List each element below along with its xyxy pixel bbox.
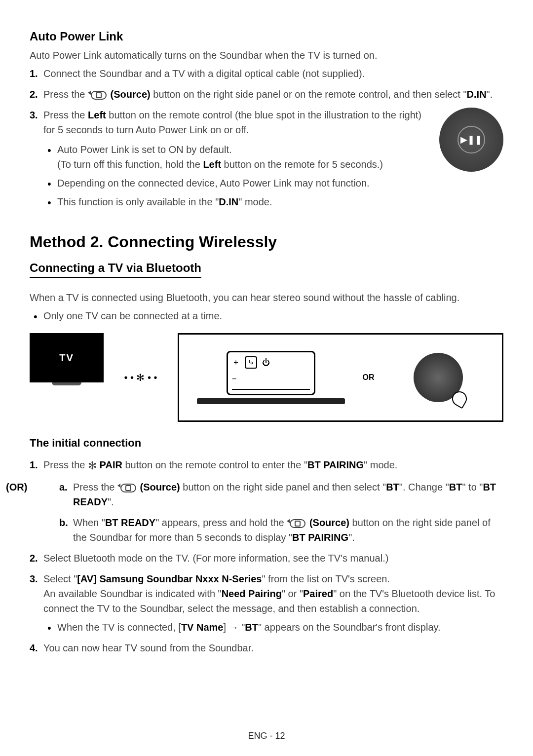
- apl-bullet-3a: This function is only available in the ": [57, 196, 219, 207]
- soundbar-box: ＋ ⤷ ⏻ − OR: [178, 333, 503, 422]
- apl-step-3: 3. Press the Left button on the remote c…: [43, 108, 503, 213]
- init-step-4: 4. You can now hear TV sound from the So…: [43, 641, 503, 655]
- apl-step-3-a: Press the: [43, 110, 88, 120]
- apl-bullet-3b: " mode.: [238, 196, 272, 207]
- init-a-c: ". Change ": [399, 482, 449, 492]
- init-step-4-text: You can now hear TV sound from the Sound…: [43, 643, 254, 653]
- connect-bt-heading: Connecting a TV via Bluetooth: [30, 261, 201, 278]
- plus-icon: ＋: [232, 357, 240, 368]
- init-a-source: (Source): [140, 482, 180, 492]
- init-step-2: 2. Select Bluetooth mode on the TV. (For…: [43, 551, 503, 566]
- init-step-3-bc: " appears on the Soundbar's front displa…: [258, 622, 441, 633]
- apl-bullet-1b-left: Left: [203, 159, 221, 170]
- source-icon: [88, 91, 108, 100]
- auto-power-link-heading: Auto Power Link: [30, 30, 503, 43]
- apl-step-2: 2. Press the (Source) button on the righ…: [43, 87, 503, 102]
- init-step-1-btp: BT PAIRING: [307, 459, 364, 470]
- play-pause-icon: ▶❚❚: [457, 126, 485, 153]
- apl-bullet-1: Auto Power Link is set to ON by default.…: [57, 142, 429, 172]
- initial-connection-heading: The initial connection: [30, 437, 503, 450]
- apl-bullet-1b-b: button on the remote for 5 seconds.): [221, 159, 383, 170]
- init-step-3-bullet: When the TV is connected, [TV Name] → "B…: [57, 620, 503, 635]
- init-a-e: ".: [108, 496, 114, 507]
- init-step-1c: " mode.: [364, 459, 397, 470]
- apl-step-1: 1. Connect the Soundbar and a TV with a …: [43, 66, 503, 81]
- init-step-1a: Press the: [43, 459, 88, 470]
- init-step-3-np: Need Pairing: [222, 588, 282, 599]
- apl-step-3-left: Left: [88, 110, 106, 120]
- method-2-heading: Method 2. Connecting Wirelessly: [30, 233, 503, 251]
- init-b-source: (Source): [309, 517, 349, 528]
- init-a-bt2: BT: [449, 482, 462, 492]
- tv-illustration: TV: [30, 333, 104, 422]
- minus-icon: −: [232, 375, 236, 383]
- init-step-3-ba: When the TV is connected, [: [57, 622, 181, 633]
- init-a-b: button on the right side panel and then …: [180, 482, 386, 492]
- init-b-d: ".: [348, 532, 355, 543]
- or-label: OR: [363, 373, 375, 382]
- init-step-3-av: [AV] Samsung Soundbar Nxxx N-Series: [77, 573, 262, 584]
- init-substep-a: a. Press the (Source) button on the righ…: [73, 480, 503, 509]
- init-step-1: 1. Press the ✻ PAIR button on the remote…: [43, 457, 503, 474]
- apl-step-2-b: button on the right side panel or on the…: [153, 89, 466, 100]
- init-step-3-tvname: TV Name: [181, 622, 224, 633]
- init-step-3: 3. Select "[AV] Samsung Soundbar Nxxx N-…: [43, 571, 503, 635]
- apl-step-2-din: D.IN: [467, 89, 487, 100]
- init-b-a: When ": [73, 517, 105, 528]
- init-step-1-pair: PAIR: [97, 459, 122, 470]
- method2-bullet: Only one TV can be connected at a time.: [43, 308, 503, 323]
- apl-intro: Auto Power Link automatically turns on t…: [30, 48, 503, 62]
- init-b-btp: BT PAIRING: [292, 532, 348, 543]
- connection-diagram: TV • • ✻ • • ＋ ⤷ ⏻ − OR: [30, 333, 503, 422]
- source-icon: [287, 519, 306, 528]
- bluetooth-connection-icon: • • ✻ • •: [114, 333, 168, 422]
- apl-bullet-3: This function is only available in the "…: [57, 194, 429, 209]
- method2-intro: When a TV is connected using Bluetooth, …: [30, 291, 503, 304]
- init-step-1b: button on the remote control to enter th…: [122, 459, 307, 470]
- apl-step-2-c: ".: [487, 89, 493, 100]
- tv-stand: [52, 382, 81, 385]
- init-step-3d: " or ": [282, 588, 303, 599]
- remote-tap-illustration: [382, 353, 494, 402]
- apl-bullet-3-din: D.IN: [219, 196, 238, 207]
- finger-icon: [449, 389, 469, 409]
- init-b-btr: BT READY: [105, 517, 155, 528]
- init-step-3c: An available Soundbar is indicated with …: [43, 588, 222, 599]
- page-footer: ENG - 12: [0, 731, 533, 741]
- apl-step-1-text: Connect the Soundbar and a TV with a dig…: [43, 68, 365, 79]
- init-step-or: (OR) a. Press the (Source) button on the…: [43, 480, 503, 545]
- source-icon: [117, 484, 137, 492]
- apl-bullet-1a: Auto Power Link is set to ON by default.: [57, 144, 232, 155]
- init-step-3a: Select ": [43, 573, 77, 584]
- bluetooth-icon: ✻: [88, 459, 97, 472]
- apl-step-2-a: Press the: [43, 89, 88, 100]
- init-substep-b: b. When "BT READY" appears, press and ho…: [73, 515, 503, 545]
- apl-step-2-source: (Source): [111, 89, 151, 100]
- remote-disc-illustration: ▶❚❚: [439, 108, 503, 172]
- power-icon: ⏻: [262, 358, 270, 367]
- init-step-3-bb: ] → ": [223, 622, 245, 633]
- or-lead: (OR): [6, 480, 27, 494]
- init-step-3-p: Paired: [303, 588, 333, 599]
- init-a-d: " to ": [462, 482, 483, 492]
- soundbar-illustration: ＋ ⤷ ⏻ −: [187, 351, 355, 404]
- init-a-a: Press the: [73, 482, 117, 492]
- apl-bullet-1b-a: (To turn off this function, hold the: [57, 159, 203, 170]
- init-b-b: " appears, press and hold the: [155, 517, 287, 528]
- apl-bullet-2: Depending on the connected device, Auto …: [57, 176, 429, 190]
- tv-screen-label: TV: [30, 333, 104, 382]
- soundbar-bar: [197, 398, 345, 404]
- source-small-icon: ⤷: [245, 356, 257, 369]
- init-step-2-text: Select Bluetooth mode on the TV. (For mo…: [43, 553, 388, 564]
- init-a-bt: BT: [386, 482, 399, 492]
- init-step-3-bt: BT: [245, 622, 258, 633]
- init-step-3b: " from the list on TV's screen.: [262, 573, 390, 584]
